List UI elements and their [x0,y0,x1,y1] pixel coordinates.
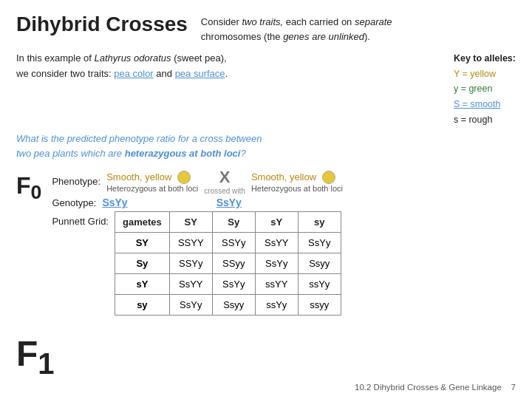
cross-content: Phenotype: Smooth, yellow Heterozygous a… [52,168,516,316]
right-genotype-value: SsYy [216,197,242,208]
table-row: sy SsYy Ssyy ssYy ssyy [115,295,341,316]
f1-label: F1 [16,336,55,378]
left-circle-icon [177,171,191,184]
cell-2-0: SsYY [169,274,212,295]
cell-3-2: ssYy [255,295,298,316]
cell-1-3: Ssyy [298,253,341,274]
key-Y: Y = yellow [454,69,496,79]
punnett-label: Punnett Grid: [52,211,109,227]
key-S: S = smooth [454,99,501,109]
row-header-1: Sy [115,253,169,274]
intro-text: In this example of Lathyrus odoratus (sw… [16,51,440,82]
row-header-0: SY [115,233,169,253]
footer-label: 10.2 Dihybrid Crosses & Gene Linkage [355,383,502,392]
punnett-body: SY SSYY SSYy SsYY SsYy Sy SSYy SSyy SsYy… [115,233,341,316]
left-phenotype-line: Smooth, yellow [106,171,194,184]
page-title: Dihybrid Crosses [16,13,188,36]
row-header-2: sY [115,274,169,295]
cell-0-2: SsYY [255,233,298,253]
key-s: s = rough [454,115,492,125]
col-header-sY: sY [255,212,298,233]
key-box: Key to alleles: Y = yellow y = green S =… [454,51,516,127]
cell-1-0: SSYy [169,253,212,274]
punnett-section: Punnett Grid: gametes SY Sy sY sy SY SSY… [52,211,516,316]
phenotype-label: Phenotype: [52,176,100,187]
row-header-3: sy [115,295,169,316]
genotype-row: Genotype: SsYy SsYy [52,197,516,208]
footer-text: 10.2 Dihybrid Crosses & Gene Linkage 7 [355,383,516,392]
cell-0-3: SsYy [298,233,341,253]
cell-0-0: SSYY [169,233,212,253]
cell-2-1: SsYy [212,274,255,295]
left-genotype-value: SsYy [102,197,127,208]
right-phenotype-line: Smooth, yellow [251,171,338,184]
table-row: Sy SSYy SSyy SsYy Ssyy [115,253,341,274]
right-phenotype-block: Smooth, yellow Heterozygous at both loci [251,171,343,193]
punnett-table: gametes SY Sy sY sy SY SSYY SSYy SsYY Ss… [115,211,341,316]
punnett-header-row: gametes SY Sy sY sy [115,212,341,233]
genotype-label: Genotype: [52,197,96,208]
cell-3-0: SsYy [169,295,212,316]
col-header-Sy: Sy [212,212,255,233]
right-hetero-label: Heterozygous at both loci [251,184,343,193]
right-circle-icon [322,171,335,184]
phenotype-row: Phenotype: Smooth, yellow Heterozygous a… [52,168,516,195]
key-title: Key to alleles: [454,53,516,64]
left-phenotype-value: Smooth, yellow [106,171,171,183]
col-header-sy: sy [298,212,341,233]
cross-x-block: X crossed with [204,168,245,195]
cell-2-2: ssYY [255,274,298,295]
pea-surface-text: pea surface [175,68,225,79]
cross-x-symbol: X [219,168,231,187]
left-phenotype-block: Smooth, yellow Heterozygous at both loci [106,171,198,193]
cell-0-1: SSYy [212,233,255,253]
italic-question: What is the predicted phenotype ratio fo… [16,132,516,160]
cell-3-3: ssyy [298,295,341,316]
crossed-with-label: crossed with [204,187,245,195]
table-row: sY SsYY SsYy ssYY ssYy [115,274,341,295]
header-description: Consider two traits, each carried on sep… [201,13,392,44]
gametes-corner-cell: gametes [115,212,169,233]
cell-1-1: SSyy [212,253,255,274]
intro-row: In this example of Lathyrus odoratus (sw… [16,51,516,127]
cell-3-1: Ssyy [212,295,255,316]
table-row: SY SSYY SSYy SsYY SsYy [115,233,341,253]
left-hetero-label: Heterozygous at both loci [106,184,198,193]
page-number: 7 [511,383,516,392]
right-phenotype-value: Smooth, yellow [251,171,316,183]
key-y: y = green [454,83,492,94]
f0-label: F0 [16,174,41,202]
col-header-SY: SY [169,212,212,233]
cell-1-2: SsYy [255,253,298,274]
cell-2-3: ssYy [298,274,341,295]
f0-cross-row: F0 Phenotype: Smooth, yellow Heterozygou… [16,168,516,316]
header-row: Dihybrid Crosses Consider two traits, ea… [16,13,516,44]
pea-color-text: pea color [114,68,153,79]
